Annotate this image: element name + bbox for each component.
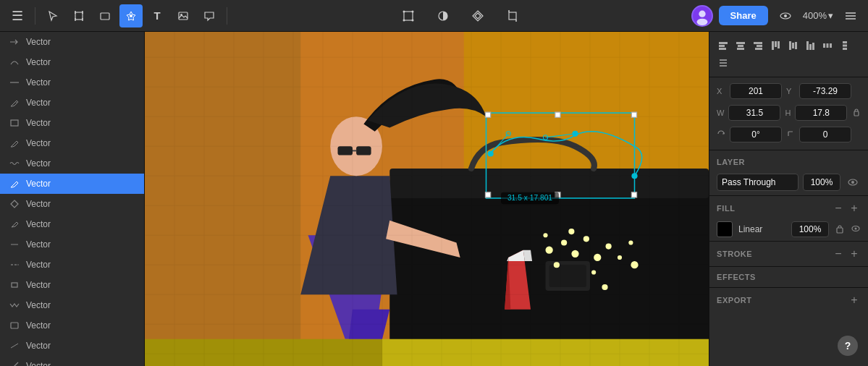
svg-rect-32 [12,283,17,287]
layer-icon-arrow [9,36,20,48]
select-tool[interactable] [41,4,64,27]
y-label: Y [786,87,795,95]
svg-rect-127 [809,44,812,50]
w-label: W [717,108,724,117]
distribute-h[interactable] [819,38,835,54]
layer-title: LAYER [717,158,745,166]
fill-minus[interactable]: − [832,202,845,215]
stroke-minus[interactable]: − [832,247,845,260]
distribute-v[interactable] [837,38,853,54]
layer-visibility[interactable] [845,174,861,190]
svg-point-43 [546,247,553,254]
illustration: 31.5 x 17.801 [145,32,709,366]
svg-rect-114 [736,42,745,44]
layer-item[interactable]: Vector [0,336,144,356]
fill-plus[interactable]: + [848,202,861,215]
align-right[interactable] [750,38,766,54]
blend-mode-select[interactable]: Pass Through Normal Multiply Screen Over… [717,174,799,191]
fill-type[interactable]: Linear [738,224,785,234]
x-input[interactable] [730,83,782,99]
layer-controls: Pass Through Normal Multiply Screen Over… [709,169,868,195]
layer-item[interactable]: Vector [0,214,144,234]
layer-item[interactable]: Vector [0,133,144,153]
layer-icon-diag [9,360,20,366]
layer-item[interactable]: Vector [0,234,144,255]
fill-lock[interactable] [835,224,845,236]
menu-button[interactable]: ☰ [6,4,29,27]
layer-item[interactable]: Vector [0,275,144,295]
svg-point-11 [412,10,414,12]
image-tool[interactable] [172,4,195,27]
layer-icon-rect-sm2 [9,320,20,331]
layer-item[interactable]: Vector [0,32,144,52]
contrast-tool[interactable] [431,4,455,27]
rectangle-tool[interactable] [93,4,117,27]
export-plus[interactable]: + [848,294,861,307]
fill-swatch[interactable] [717,221,733,237]
opacity-input[interactable] [803,174,840,191]
layer-item[interactable]: Vector [0,315,144,336]
visibility-toggle[interactable] [774,4,797,27]
layer-item[interactable]: Vector [0,113,144,133]
svg-rect-122 [778,41,780,48]
layer-item[interactable]: Vector [0,93,144,113]
fill-actions: − + [832,202,861,215]
svg-point-6 [130,14,132,17]
layer-item[interactable]: Vector [0,52,144,72]
align-left[interactable] [715,38,731,54]
layer-icon-zigzag [9,299,20,311]
layer-icon-line-sm [9,340,20,352]
fill-opacity-input[interactable] [791,221,829,237]
lock-proportions[interactable] [851,107,861,119]
crop-tool[interactable] [501,4,524,27]
layer-item[interactable]: Vector [0,153,144,174]
share-button[interactable]: Share [719,6,768,25]
svg-rect-132 [843,41,847,43]
xy-row: X Y [709,80,868,102]
topbar: ☰ T [0,0,868,32]
corner-input[interactable] [799,127,851,142]
rotation-input[interactable] [730,127,782,142]
svg-rect-116 [737,48,744,50]
svg-rect-119 [755,48,762,50]
svg-point-12 [403,19,405,21]
svg-rect-120 [772,41,774,50]
layer-item[interactable]: Vector [0,72,144,93]
help-button[interactable]: ? [838,336,858,356]
layer-item[interactable]: Vector [0,295,144,315]
align-center-h[interactable] [733,38,749,54]
comment-tool[interactable] [198,4,221,27]
y-input[interactable] [799,83,851,99]
layer-item[interactable]: Vector [0,356,144,366]
svg-rect-133 [843,45,847,47]
avatar[interactable] [691,5,713,27]
svg-rect-117 [754,42,762,44]
layer-section-header: LAYER [709,150,868,169]
h-input[interactable] [795,105,847,121]
svg-point-19 [699,10,705,17]
layer-item[interactable]: Vector [0,255,144,275]
align-top[interactable] [767,38,783,54]
stroke-plus[interactable]: + [848,247,861,260]
stroke-section: STROKE − + [709,241,868,266]
layer-item[interactable]: Vector [0,194,144,214]
layer-icon-wave [9,158,20,169]
w-input[interactable] [728,105,780,121]
align-bottom[interactable] [802,38,818,54]
more-options[interactable] [839,4,862,27]
zoom-control[interactable]: 400% ▾ [803,10,833,21]
fill-visibility[interactable] [851,224,861,236]
svg-rect-61 [382,339,709,366]
svg-point-45 [571,250,578,258]
layer-item-active[interactable]: Vector [0,174,144,194]
frame-tool[interactable] [67,4,90,27]
corner-label [786,129,795,140]
svg-point-22 [784,14,787,17]
align-center-v[interactable] [785,38,801,54]
pen-tool[interactable] [119,4,143,27]
transform-tool[interactable] [397,4,420,27]
more-align[interactable] [715,55,731,71]
canvas[interactable]: 31.5 x 17.801 [145,32,709,366]
text-tool[interactable]: T [146,4,169,27]
component-tool[interactable] [466,4,489,27]
